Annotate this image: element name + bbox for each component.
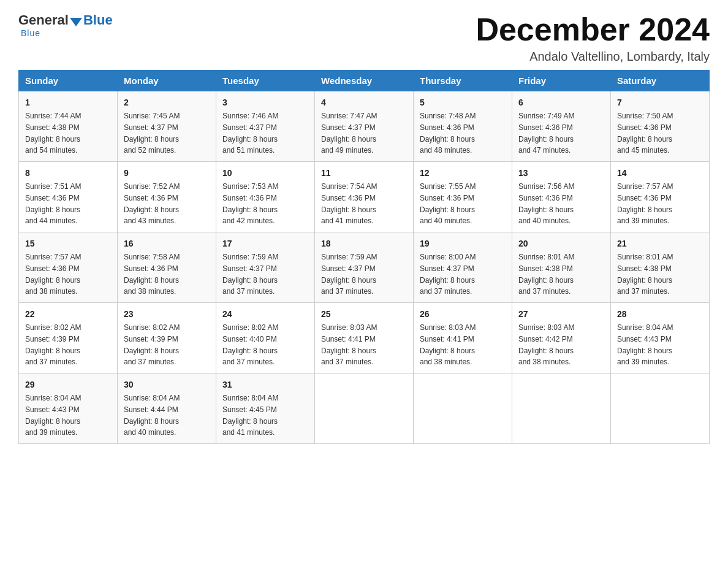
day-number: 28: [617, 308, 703, 321]
col-header-tuesday: Tuesday: [216, 71, 315, 91]
col-header-saturday: Saturday: [611, 71, 710, 91]
calendar-cell: 13 Sunrise: 7:56 AMSunset: 4:36 PMDaylig…: [512, 162, 611, 232]
day-number: 25: [321, 308, 407, 321]
day-number: 16: [124, 237, 210, 250]
calendar-table: SundayMondayTuesdayWednesdayThursdayFrid…: [18, 70, 710, 444]
day-number: 10: [222, 167, 308, 180]
day-number: 14: [617, 167, 703, 180]
day-info: Sunrise: 8:02 AMSunset: 4:39 PMDaylight:…: [25, 323, 81, 366]
day-number: 18: [321, 237, 407, 250]
calendar-cell: 23 Sunrise: 8:02 AMSunset: 4:39 PMDaylig…: [118, 303, 216, 373]
day-number: 11: [321, 167, 407, 180]
day-number: 3: [222, 96, 308, 109]
calendar-week-row: 22 Sunrise: 8:02 AMSunset: 4:39 PMDaylig…: [19, 303, 710, 373]
day-number: 13: [518, 167, 604, 180]
day-number: 9: [124, 167, 210, 180]
logo-underline: Blue: [21, 28, 40, 38]
calendar-cell: 29 Sunrise: 8:04 AMSunset: 4:43 PMDaylig…: [19, 373, 118, 444]
day-info: Sunrise: 7:46 AMSunset: 4:37 PMDaylight:…: [222, 112, 278, 155]
day-info: Sunrise: 8:02 AMSunset: 4:40 PMDaylight:…: [222, 323, 278, 366]
calendar-cell: 28 Sunrise: 8:04 AMSunset: 4:43 PMDaylig…: [611, 303, 710, 373]
calendar-cell: [414, 373, 512, 444]
page-header: General Blue Blue December 2024 Andalo V…: [18, 12, 710, 64]
day-info: Sunrise: 8:02 AMSunset: 4:39 PMDaylight:…: [124, 323, 180, 366]
calendar-cell: 1 Sunrise: 7:44 AMSunset: 4:38 PMDayligh…: [19, 91, 118, 162]
location-subtitle: Andalo Valtellino, Lombardy, Italy: [476, 50, 710, 64]
calendar-cell: 2 Sunrise: 7:45 AMSunset: 4:37 PMDayligh…: [118, 91, 216, 162]
day-number: 21: [617, 237, 703, 250]
calendar-cell: 11 Sunrise: 7:54 AMSunset: 4:36 PMDaylig…: [315, 162, 414, 232]
calendar-cell: 10 Sunrise: 7:53 AMSunset: 4:36 PMDaylig…: [216, 162, 315, 232]
logo-arrow-icon: [70, 18, 82, 26]
day-info: Sunrise: 8:01 AMSunset: 4:38 PMDaylight:…: [617, 253, 673, 296]
calendar-cell: 15 Sunrise: 7:57 AMSunset: 4:36 PMDaylig…: [19, 232, 118, 303]
col-header-wednesday: Wednesday: [315, 71, 414, 91]
day-number: 31: [222, 378, 308, 391]
calendar-week-row: 1 Sunrise: 7:44 AMSunset: 4:38 PMDayligh…: [19, 91, 710, 162]
calendar-cell: 20 Sunrise: 8:01 AMSunset: 4:38 PMDaylig…: [512, 232, 611, 303]
calendar-cell: [315, 373, 414, 444]
day-info: Sunrise: 7:47 AMSunset: 4:37 PMDaylight:…: [321, 112, 377, 155]
calendar-cell: 8 Sunrise: 7:51 AMSunset: 4:36 PMDayligh…: [19, 162, 118, 232]
day-info: Sunrise: 8:03 AMSunset: 4:42 PMDaylight:…: [518, 323, 574, 366]
calendar-cell: 3 Sunrise: 7:46 AMSunset: 4:37 PMDayligh…: [216, 91, 315, 162]
calendar-cell: 21 Sunrise: 8:01 AMSunset: 4:38 PMDaylig…: [611, 232, 710, 303]
month-title: December 2024: [476, 12, 710, 47]
day-info: Sunrise: 7:54 AMSunset: 4:36 PMDaylight:…: [321, 182, 377, 225]
title-block: December 2024 Andalo Valtellino, Lombard…: [476, 12, 710, 64]
day-info: Sunrise: 8:03 AMSunset: 4:41 PMDaylight:…: [420, 323, 476, 366]
calendar-header-row: SundayMondayTuesdayWednesdayThursdayFrid…: [19, 71, 710, 91]
day-info: Sunrise: 7:45 AMSunset: 4:37 PMDaylight:…: [124, 112, 180, 155]
day-info: Sunrise: 8:04 AMSunset: 4:43 PMDaylight:…: [25, 394, 81, 437]
calendar-cell: 18 Sunrise: 7:59 AMSunset: 4:37 PMDaylig…: [315, 232, 414, 303]
day-number: 2: [124, 96, 210, 109]
day-number: 5: [420, 96, 506, 109]
day-number: 17: [222, 237, 308, 250]
day-number: 7: [617, 96, 703, 109]
day-number: 4: [321, 96, 407, 109]
logo-blue-text: Blue: [83, 12, 113, 28]
calendar-cell: 27 Sunrise: 8:03 AMSunset: 4:42 PMDaylig…: [512, 303, 611, 373]
day-info: Sunrise: 7:57 AMSunset: 4:36 PMDaylight:…: [617, 182, 673, 225]
day-info: Sunrise: 7:56 AMSunset: 4:36 PMDaylight:…: [518, 182, 574, 225]
day-info: Sunrise: 7:59 AMSunset: 4:37 PMDaylight:…: [321, 253, 377, 296]
day-info: Sunrise: 7:58 AMSunset: 4:36 PMDaylight:…: [124, 253, 180, 296]
calendar-cell: 12 Sunrise: 7:55 AMSunset: 4:36 PMDaylig…: [414, 162, 512, 232]
day-number: 26: [420, 308, 506, 321]
calendar-cell: 17 Sunrise: 7:59 AMSunset: 4:37 PMDaylig…: [216, 232, 315, 303]
day-info: Sunrise: 7:49 AMSunset: 4:36 PMDaylight:…: [518, 112, 574, 155]
day-number: 29: [25, 378, 111, 391]
calendar-week-row: 15 Sunrise: 7:57 AMSunset: 4:36 PMDaylig…: [19, 232, 710, 303]
calendar-cell: 19 Sunrise: 8:00 AMSunset: 4:37 PMDaylig…: [414, 232, 512, 303]
day-number: 30: [124, 378, 210, 391]
day-number: 20: [518, 237, 604, 250]
day-info: Sunrise: 7:55 AMSunset: 4:36 PMDaylight:…: [420, 182, 476, 225]
col-header-monday: Monday: [118, 71, 216, 91]
calendar-cell: 6 Sunrise: 7:49 AMSunset: 4:36 PMDayligh…: [512, 91, 611, 162]
day-number: 24: [222, 308, 308, 321]
col-header-sunday: Sunday: [19, 71, 118, 91]
day-info: Sunrise: 7:57 AMSunset: 4:36 PMDaylight:…: [25, 253, 81, 296]
calendar-cell: 16 Sunrise: 7:58 AMSunset: 4:36 PMDaylig…: [118, 232, 216, 303]
calendar-cell: 14 Sunrise: 7:57 AMSunset: 4:36 PMDaylig…: [611, 162, 710, 232]
day-number: 6: [518, 96, 604, 109]
logo: General Blue Blue: [18, 12, 113, 38]
day-number: 22: [25, 308, 111, 321]
day-info: Sunrise: 8:03 AMSunset: 4:41 PMDaylight:…: [321, 323, 377, 366]
day-info: Sunrise: 8:04 AMSunset: 4:45 PMDaylight:…: [222, 394, 278, 437]
day-info: Sunrise: 7:59 AMSunset: 4:37 PMDaylight:…: [222, 253, 278, 296]
day-info: Sunrise: 8:04 AMSunset: 4:43 PMDaylight:…: [617, 323, 673, 366]
day-info: Sunrise: 7:52 AMSunset: 4:36 PMDaylight:…: [124, 182, 180, 225]
day-info: Sunrise: 7:50 AMSunset: 4:36 PMDaylight:…: [617, 112, 673, 155]
day-number: 1: [25, 96, 111, 109]
calendar-cell: 9 Sunrise: 7:52 AMSunset: 4:36 PMDayligh…: [118, 162, 216, 232]
calendar-cell: 4 Sunrise: 7:47 AMSunset: 4:37 PMDayligh…: [315, 91, 414, 162]
day-number: 15: [25, 237, 111, 250]
day-info: Sunrise: 7:48 AMSunset: 4:36 PMDaylight:…: [420, 112, 476, 155]
calendar-cell: 25 Sunrise: 8:03 AMSunset: 4:41 PMDaylig…: [315, 303, 414, 373]
day-info: Sunrise: 8:01 AMSunset: 4:38 PMDaylight:…: [518, 253, 574, 296]
day-info: Sunrise: 8:04 AMSunset: 4:44 PMDaylight:…: [124, 394, 180, 437]
day-number: 19: [420, 237, 506, 250]
day-number: 27: [518, 308, 604, 321]
calendar-week-row: 29 Sunrise: 8:04 AMSunset: 4:43 PMDaylig…: [19, 373, 710, 444]
